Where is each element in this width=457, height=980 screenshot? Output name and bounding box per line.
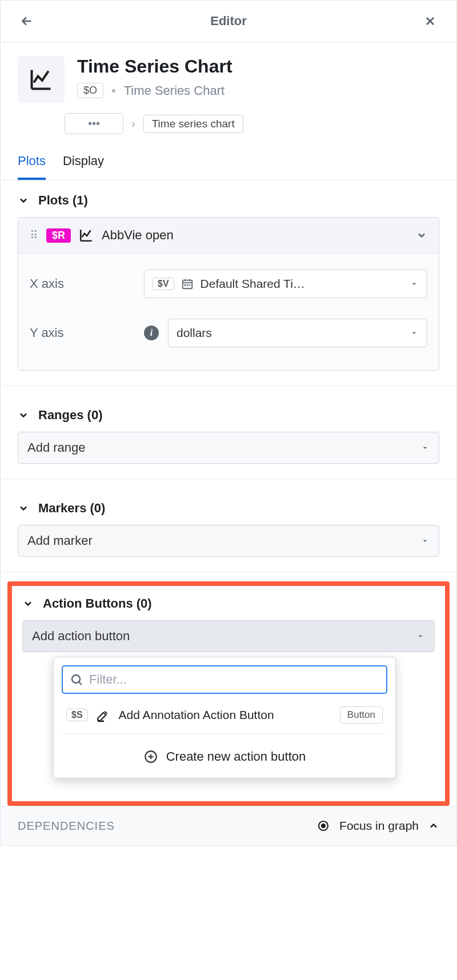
- calendar-icon: [181, 278, 194, 290]
- drag-handle-icon[interactable]: ⠿: [30, 228, 38, 242]
- create-new-action-button[interactable]: Create new action button: [62, 734, 387, 770]
- action-buttons-highlight: Action Buttons (0) Add action button $S …: [7, 581, 450, 806]
- plot-card: ⠿ $R AbbVie open X axis $V: [18, 217, 439, 371]
- back-button[interactable]: [17, 11, 37, 31]
- object-tag[interactable]: $O: [77, 83, 103, 98]
- ranges-section: Ranges (0) Add range: [1, 395, 456, 469]
- info-icon[interactable]: i: [144, 326, 159, 340]
- svg-rect-2: [187, 284, 189, 286]
- plot-tag: $R: [46, 228, 71, 243]
- caret-down-icon: [410, 279, 419, 288]
- focus-in-graph-label[interactable]: Focus in graph: [339, 819, 419, 833]
- filter-input-wrap[interactable]: [62, 665, 387, 694]
- plot-label: AbbVie open: [102, 228, 174, 243]
- header-title: Editor: [210, 14, 247, 29]
- editor-header: Editor: [1, 1, 456, 42]
- x-axis-tag: $V: [153, 278, 174, 290]
- chevron-down-icon[interactable]: [416, 230, 427, 241]
- add-action-button-label: Add action button: [32, 629, 130, 644]
- chevron-down-icon: [18, 409, 29, 421]
- y-axis-value: dollars: [177, 326, 212, 340]
- option-label: Add Annotation Action Button: [119, 708, 274, 722]
- plot-header[interactable]: ⠿ $R AbbVie open: [18, 218, 439, 254]
- subtitle: Time Series Chart: [124, 83, 225, 98]
- y-axis-label: Y axis: [30, 326, 144, 340]
- close-button[interactable]: [420, 11, 440, 31]
- markers-section-header[interactable]: Markers (0): [18, 501, 439, 516]
- svg-point-4: [72, 675, 80, 683]
- add-range-label: Add range: [27, 440, 86, 455]
- close-icon: [423, 14, 437, 28]
- option-badge: Button: [340, 706, 383, 724]
- create-label: Create new action button: [166, 749, 306, 764]
- dependencies-label: DEPENDENCIES: [18, 820, 115, 833]
- filter-input[interactable]: [89, 672, 379, 687]
- svg-rect-3: [189, 284, 190, 286]
- ranges-section-header[interactable]: Ranges (0): [18, 408, 439, 423]
- x-axis-value: Default Shared Ti…: [201, 277, 305, 291]
- page-title: Time Series Chart: [77, 56, 232, 77]
- separator-dot: •: [111, 83, 116, 98]
- plus-circle-icon: [143, 749, 158, 764]
- x-axis-select[interactable]: $V Default Shared Ti…: [144, 270, 427, 298]
- title-block: Time Series Chart $O • Time Series Chart: [1, 42, 456, 103]
- caret-down-icon: [410, 328, 419, 338]
- action-buttons-header[interactable]: Action Buttons (0): [22, 596, 435, 611]
- tabs: Plots Display: [1, 142, 456, 180]
- y-axis-row: Y axis i dollars: [30, 308, 427, 358]
- add-range-select[interactable]: Add range: [18, 432, 439, 464]
- tab-plots[interactable]: Plots: [18, 147, 46, 180]
- target-icon: [316, 819, 330, 833]
- action-buttons-title: Action Buttons (0): [43, 596, 152, 611]
- option-tag: $S: [66, 709, 88, 721]
- plot-body: X axis $V Default Shared Ti… Y: [18, 254, 439, 370]
- x-axis-label: X axis: [30, 276, 144, 291]
- breadcrumb: ••• › Time series chart: [65, 113, 456, 134]
- search-icon: [70, 673, 83, 686]
- markers-section-title: Markers (0): [38, 501, 105, 516]
- caret-down-icon: [420, 536, 430, 545]
- ranges-section-title: Ranges (0): [38, 408, 102, 423]
- chevron-down-icon: [22, 598, 34, 609]
- arrow-left-icon: [19, 14, 34, 29]
- chevron-down-icon: [18, 503, 29, 514]
- add-marker-label: Add marker: [27, 533, 93, 548]
- y-axis-select[interactable]: dollars: [168, 319, 427, 347]
- plots-section-header[interactable]: Plots (1): [18, 193, 439, 208]
- dependencies-bar[interactable]: DEPENDENCIES Focus in graph: [1, 806, 456, 845]
- action-button-dropdown: $S Add Annotation Action Button Button C…: [53, 657, 396, 778]
- plots-section: Plots (1) ⠿ $R AbbVie open X axis $V: [1, 180, 456, 376]
- chevron-down-icon: [18, 195, 29, 206]
- breadcrumb-current[interactable]: Time series chart: [143, 115, 243, 133]
- annotation-icon: [96, 708, 111, 722]
- svg-point-7: [322, 824, 325, 828]
- chevron-up-icon[interactable]: [428, 820, 439, 832]
- breadcrumb-root[interactable]: •••: [65, 113, 123, 134]
- add-marker-select[interactable]: Add marker: [18, 525, 439, 557]
- caret-down-icon: [420, 443, 430, 452]
- line-chart-icon: [79, 228, 94, 243]
- action-option[interactable]: $S Add Annotation Action Button Button: [62, 694, 387, 734]
- x-axis-row: X axis $V Default Shared Ti…: [30, 259, 427, 308]
- svg-rect-1: [184, 284, 186, 286]
- line-chart-icon: [29, 67, 54, 92]
- chevron-right-icon: ›: [131, 117, 135, 130]
- tab-display[interactable]: Display: [63, 147, 104, 180]
- markers-section: Markers (0) Add marker: [1, 488, 456, 563]
- add-action-button-select[interactable]: Add action button: [22, 620, 435, 652]
- plots-section-title: Plots (1): [38, 193, 88, 208]
- caret-down-icon: [416, 632, 425, 641]
- chart-type-icon-box: [18, 56, 65, 103]
